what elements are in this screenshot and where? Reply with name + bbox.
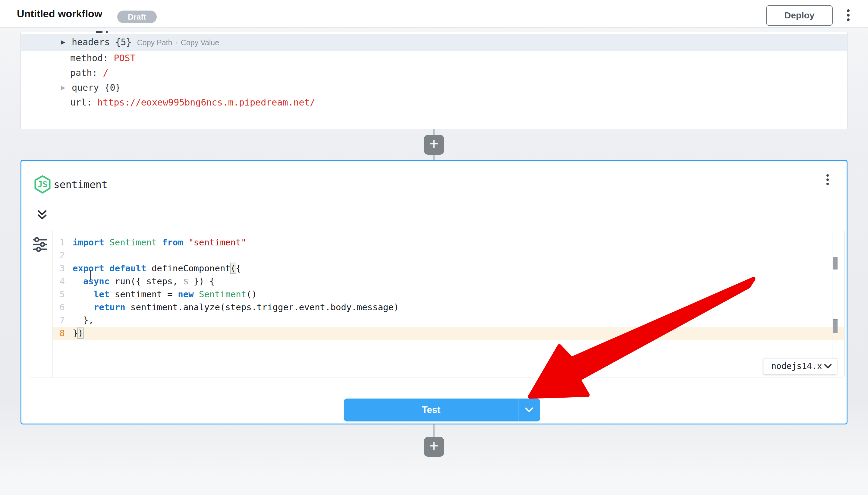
- tree-value: /: [103, 68, 108, 78]
- workflow-title: Untitled workflow: [17, 0, 102, 27]
- code-line[interactable]: 2: [53, 249, 845, 262]
- code-token: [194, 289, 199, 300]
- code-line[interactable]: 4 async run({ steps, $ }) {: [53, 275, 845, 288]
- collapse-double-chevron-icon[interactable]: [36, 209, 48, 221]
- code-line[interactable]: 1import Sentiment from "sentiment": [53, 236, 845, 249]
- code-token: import: [73, 237, 104, 248]
- code-line[interactable]: 7 },: [53, 314, 845, 327]
- code-token: defineComponent: [146, 263, 230, 273]
- tree-row[interactable]: ▶query {0}: [21, 80, 847, 95]
- scrollbar-track: [832, 230, 832, 377]
- code-editor[interactable]: 1import Sentiment from "sentiment"23expo…: [29, 230, 845, 377]
- tree-key: path:: [70, 68, 103, 78]
- step-name[interactable]: sentiment: [54, 175, 108, 194]
- test-button-label: Test: [344, 398, 518, 422]
- deploy-button[interactable]: Deploy: [766, 5, 833, 26]
- code-token: Sentiment: [199, 289, 246, 300]
- code-token: [73, 302, 94, 312]
- runtime-value: nodejs14.x: [771, 358, 822, 374]
- code-token: [73, 276, 83, 286]
- tree-row[interactable]: method: POST: [21, 51, 847, 65]
- code-lines[interactable]: 1import Sentiment from "sentiment"23expo…: [53, 236, 845, 340]
- trigger-event-panel: ▶headers {5}Copy Path·Copy Valuemethod: …: [20, 32, 848, 129]
- scrollbar-thumb[interactable]: [833, 319, 837, 333]
- code-token: async: [83, 276, 109, 286]
- code-token: [104, 237, 109, 248]
- code-token: [157, 237, 162, 248]
- code-token: [104, 263, 109, 273]
- tree-key: method:: [70, 53, 114, 63]
- expand-arrow-icon[interactable]: ▶: [61, 34, 65, 51]
- step-menu-icon[interactable]: [827, 174, 829, 186]
- tree-row[interactable]: path: /: [21, 65, 847, 80]
- code-token: [183, 237, 188, 248]
- line-number: 4: [53, 275, 65, 288]
- tree-value: https://eoxew995bng6ncs.m.pipedream.net/: [97, 97, 315, 108]
- text-cursor: [90, 270, 91, 280]
- test-button[interactable]: Test: [344, 398, 540, 422]
- code-line[interactable]: 8}): [53, 327, 845, 340]
- line-number: 7: [53, 314, 65, 327]
- code-token: return: [94, 302, 125, 312]
- code-token: run({ steps,: [109, 276, 183, 286]
- line-number: 5: [53, 288, 65, 301]
- code-line[interactable]: 5 let sentiment = new Sentiment(): [53, 288, 845, 301]
- runtime-select[interactable]: nodejs14.x: [763, 358, 837, 374]
- tree-key: headers {5}: [72, 37, 132, 47]
- code-token: {: [236, 263, 241, 273]
- line-number: 2: [53, 249, 65, 262]
- editor-settings-sliders-icon[interactable]: [33, 237, 48, 252]
- line-number: 8: [53, 327, 65, 340]
- code-token: export: [73, 263, 104, 273]
- code-token: Sentiment: [109, 237, 157, 248]
- event-json-tree: ▶headers {5}Copy Path·Copy Valuemethod: …: [21, 34, 847, 110]
- code-token: sentiment =: [109, 289, 178, 300]
- code-token: (): [246, 289, 257, 300]
- tree-row[interactable]: url: https://eoxew995bng6ncs.m.pipedream…: [21, 95, 847, 110]
- svg-text:JS: JS: [38, 180, 48, 189]
- test-options-dropdown[interactable]: [518, 398, 540, 422]
- pipedream-workflow-page: Untitled workflow Draft Deploy ▶headers …: [0, 0, 868, 495]
- tree-row[interactable]: ▶headers {5}Copy Path·Copy Value: [21, 34, 847, 51]
- add-step-button-top[interactable]: +: [424, 135, 444, 155]
- code-token: [73, 289, 94, 300]
- code-token: from: [162, 237, 183, 248]
- code-token: default: [109, 263, 146, 273]
- tree-value: POST: [114, 53, 136, 63]
- code-token: }: [73, 328, 78, 338]
- copy-path-action[interactable]: Copy Path: [137, 38, 172, 47]
- tree-key: query {0}: [72, 82, 121, 93]
- expand-arrow-icon[interactable]: ▶: [61, 80, 65, 95]
- chevron-down-icon: [824, 363, 832, 370]
- line-number: 6: [53, 301, 65, 314]
- indent-guide: [101, 269, 101, 321]
- code-token: sentiment.analyze(steps.trigger.event.bo…: [125, 302, 399, 312]
- code-token: $: [183, 276, 188, 286]
- line-number: 1: [53, 236, 65, 249]
- chevron-down-icon: [525, 407, 534, 413]
- code-line[interactable]: 6 return sentiment.analyze(steps.trigger…: [53, 301, 845, 314]
- nodejs-icon: JS: [34, 175, 51, 194]
- add-step-button-bottom[interactable]: +: [424, 437, 444, 457]
- code-token: },: [73, 315, 94, 325]
- scrollbar-thumb[interactable]: [833, 257, 837, 270]
- code-token: ): [78, 328, 83, 338]
- separator: ·: [175, 38, 177, 47]
- draft-status-badge: Draft: [117, 11, 157, 23]
- tree-key: url:: [70, 97, 97, 108]
- copy-value-action[interactable]: Copy Value: [181, 38, 219, 47]
- code-token: let: [94, 289, 109, 300]
- code-token: }) {: [188, 276, 214, 286]
- code-line[interactable]: 3export default defineComponent({: [53, 262, 845, 275]
- code-token: "sentiment": [188, 237, 246, 248]
- top-bar: Untitled workflow Draft Deploy: [0, 0, 868, 28]
- line-number: 3: [53, 262, 65, 275]
- clipped-text-fragment: [96, 31, 103, 33]
- clipped-text-fragment: [106, 31, 108, 33]
- workflow-menu-icon[interactable]: [847, 9, 850, 23]
- code-token: new: [178, 289, 193, 300]
- code-token: (: [230, 263, 236, 273]
- copy-actions: Copy Path·Copy Value: [137, 38, 219, 47]
